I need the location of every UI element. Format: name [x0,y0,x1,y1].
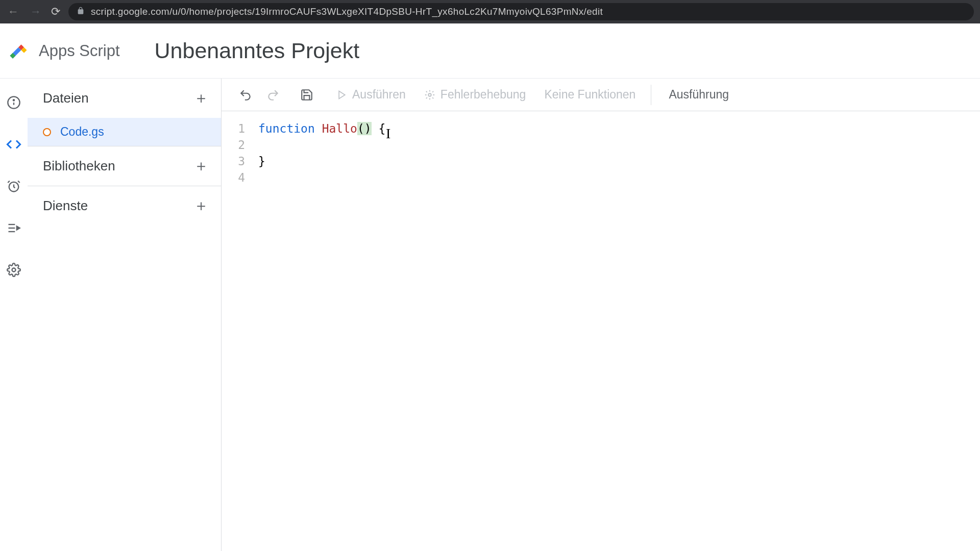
svg-point-10 [428,93,431,96]
redo-icon[interactable] [261,83,285,107]
svg-marker-7 [17,227,20,230]
file-item[interactable]: Code.gs [28,118,221,146]
run-label: Ausführen [352,88,406,102]
add-library-icon[interactable]: ＋ [193,156,209,177]
execution-log-button[interactable]: Ausführung [659,88,729,102]
code-line[interactable] [258,169,980,186]
project-title[interactable]: Unbenanntes Projekt [155,38,360,63]
svg-marker-9 [339,91,345,98]
editor-icon[interactable] [6,137,21,152]
product-name: Apps Script [39,42,120,60]
line-number: 2 [222,137,245,153]
libraries-label: Bibliotheken [43,158,115,174]
code-content[interactable]: function Hallo() {I } [254,120,980,551]
code-line[interactable] [258,137,980,153]
files-header: Dateien ＋ [28,79,221,118]
header: Apps Script Unbenanntes Projekt [0,23,980,79]
triggers-icon[interactable] [6,179,21,194]
svg-point-8 [12,268,16,272]
main: Dateien ＋ Code.gs Bibliotheken ＋ Dienste… [0,79,980,551]
line-gutter: 1 2 3 4 [222,120,254,551]
debug-label: Fehlerbehebung [440,88,526,102]
info-icon[interactable] [6,95,21,110]
url-bar[interactable]: script.google.com/u/0/home/projects/19Ir… [68,3,974,20]
services-header: Dienste ＋ [28,186,221,226]
fn-selector-label: Keine Funktionen [544,88,635,102]
settings-icon[interactable] [6,262,21,278]
editor-area: Ausführen Fehlerbehebung Keine Funktione… [222,79,980,551]
code-editor[interactable]: 1 2 3 4 function Hallo() {I } [222,111,980,551]
exec-log-label: Ausführung [669,88,729,101]
services-label: Dienste [43,198,88,214]
executions-icon[interactable] [6,220,21,236]
line-number: 1 [222,120,245,137]
apps-script-logo-icon [7,40,30,62]
line-number: 3 [222,153,245,169]
svg-point-2 [13,99,14,101]
back-icon[interactable]: ← [6,5,20,18]
toolbar-divider [651,85,651,105]
sidebar: Dateien ＋ Code.gs Bibliotheken ＋ Dienste… [28,79,222,551]
forward-icon[interactable]: → [29,5,43,18]
files-label: Dateien [43,90,89,106]
libraries-header: Bibliotheken ＋ [28,146,221,186]
code-line[interactable]: } [258,153,980,169]
reload-icon[interactable]: ⟳ [51,5,60,18]
file-name: Code.gs [60,125,104,139]
add-file-icon[interactable]: ＋ [193,88,209,109]
unsaved-indicator-icon [43,128,51,136]
icon-rail [0,79,28,551]
add-service-icon[interactable]: ＋ [193,195,209,216]
undo-icon[interactable] [234,83,257,107]
toolbar: Ausführen Fehlerbehebung Keine Funktione… [222,79,980,111]
run-button[interactable]: Ausführen [330,83,413,107]
code-line[interactable]: function Hallo() {I [258,120,980,137]
function-selector[interactable]: Keine Funktionen [537,83,643,107]
browser-bar: ← → ⟳ script.google.com/u/0/home/project… [0,0,980,23]
lock-icon [77,6,85,17]
save-icon[interactable] [295,83,318,107]
url-text: script.google.com/u/0/home/projects/19Ir… [91,6,603,17]
debug-button[interactable]: Fehlerbehebung [417,83,533,107]
line-number: 4 [222,169,245,186]
